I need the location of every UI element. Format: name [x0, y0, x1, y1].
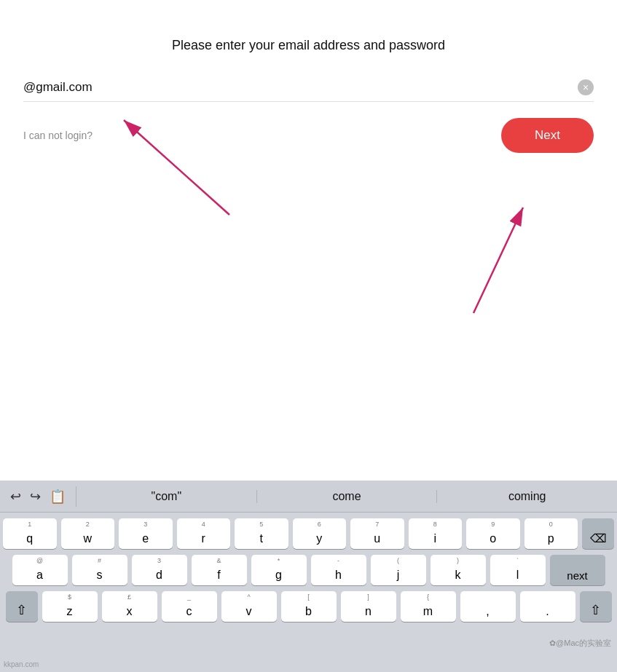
key-d[interactable]: 3d	[132, 555, 187, 585]
clear-button[interactable]: ×	[578, 79, 594, 95]
key-v[interactable]: ^v	[221, 591, 277, 622]
email-section: ×	[23, 79, 594, 102]
key-y[interactable]: 6y	[293, 518, 347, 549]
key-row-3: ⇧ $z £x _c ^v [b ]n {m , . ⇧	[3, 591, 614, 622]
keyboard-suggestions-bar: ↩ ↪ 📋 "com" come coming	[0, 481, 617, 513]
suggestion-com[interactable]: "com"	[76, 490, 257, 503]
keyboard-area: ↩ ↪ 📋 "com" come coming 1q 2w 3e 4r 5t 6…	[0, 481, 617, 672]
key-o[interactable]: 9o	[466, 518, 520, 549]
key-g[interactable]: *g	[251, 555, 307, 585]
key-x[interactable]: £x	[102, 591, 157, 622]
suggestions-list: "com" come coming	[76, 490, 617, 503]
key-w[interactable]: 2w	[61, 518, 115, 549]
app-area: Please enter your email address and pass…	[0, 0, 617, 481]
suggestion-coming[interactable]: coming	[437, 490, 617, 503]
key-row-1: 1q 2w 3e 4r 5t 6y 7u 8i 9o 0p ⌫	[3, 518, 614, 549]
key-r[interactable]: 4r	[177, 518, 231, 549]
mac-lab-watermark: ✿@Mac的实验室	[549, 638, 611, 649]
paste-icon[interactable]: 📋	[50, 489, 66, 505]
key-b[interactable]: [b	[281, 591, 337, 622]
kkpan-watermark: kkpan.com	[4, 660, 39, 668]
key-a[interactable]: @a	[12, 555, 68, 585]
action-row: I can not login? Next	[23, 118, 594, 153]
key-u[interactable]: 7u	[350, 518, 404, 549]
key-l[interactable]: `l	[490, 555, 546, 585]
key-e[interactable]: 3e	[119, 518, 173, 549]
svg-line-3	[473, 207, 523, 313]
key-delete[interactable]: ⌫	[582, 518, 614, 549]
key-f[interactable]: &f	[192, 555, 247, 585]
key-c[interactable]: _c	[162, 591, 217, 622]
key-k[interactable]: )k	[431, 555, 486, 585]
page-title: Please enter your email address and pass…	[0, 0, 617, 53]
key-row-2: @a #s 3d &f *g -h (j )k `l next	[3, 555, 614, 585]
undo-icon[interactable]: ↩	[10, 489, 21, 505]
redo-icon[interactable]: ↪	[30, 489, 41, 505]
key-n[interactable]: ]n	[341, 591, 396, 622]
key-h[interactable]: -h	[311, 555, 366, 585]
key-q[interactable]: 1q	[3, 518, 57, 549]
key-t[interactable]: 5t	[235, 518, 288, 549]
key-i[interactable]: 8i	[409, 518, 463, 549]
key-shift-right[interactable]: ⇧	[580, 591, 612, 622]
key-p[interactable]: 0p	[524, 518, 578, 549]
email-input[interactable]	[23, 80, 578, 95]
arrows-overlay	[0, 0, 617, 481]
key-m[interactable]: {m	[401, 591, 456, 622]
keyboard-rows: 1q 2w 3e 4r 5t 6y 7u 8i 9o 0p ⌫ @a #s 3d…	[0, 513, 617, 625]
key-z[interactable]: $z	[42, 591, 98, 622]
key-next[interactable]: next	[550, 555, 605, 585]
key-comma[interactable]: ,	[460, 591, 516, 622]
undo-redo-area: ↩ ↪ 📋	[0, 481, 76, 512]
key-s[interactable]: #s	[72, 555, 127, 585]
next-button[interactable]: Next	[501, 118, 594, 153]
key-shift[interactable]: ⇧	[6, 591, 38, 622]
suggestion-come[interactable]: come	[257, 490, 438, 503]
key-j[interactable]: (j	[371, 555, 426, 585]
key-period[interactable]: .	[520, 591, 575, 622]
cannot-login-link[interactable]: I can not login?	[23, 130, 93, 141]
